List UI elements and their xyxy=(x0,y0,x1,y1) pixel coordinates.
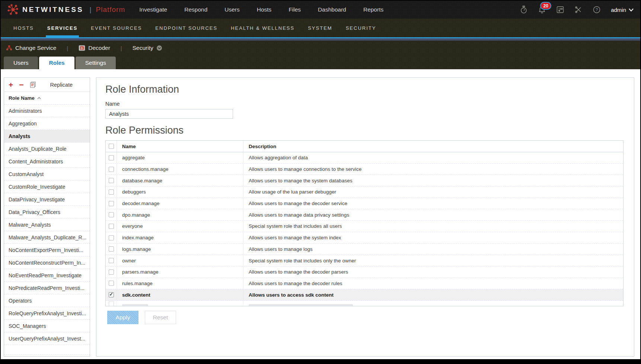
service-crumb[interactable]: D Decoder xyxy=(79,45,110,51)
menu-item-reports[interactable]: Reports xyxy=(363,6,383,13)
table-row[interactable]: decoder.manageAllows users to manage the… xyxy=(106,198,623,210)
row-checkbox[interactable] xyxy=(109,167,114,172)
table-row[interactable]: database.manageAllows users to manage th… xyxy=(106,175,623,186)
roles-toolbar: + − Replicate xyxy=(4,78,90,92)
reset-button[interactable]: Reset xyxy=(145,311,176,324)
tab-settings[interactable]: Settings xyxy=(76,57,116,69)
top-bar: NETWITNESS | Platform InvestigateRespond… xyxy=(1,1,640,19)
table-row[interactable]: dpo.manageAllows users to manage data pr… xyxy=(106,209,623,221)
remove-role-button[interactable]: − xyxy=(19,81,23,89)
timer-icon[interactable] xyxy=(520,6,528,14)
section-chevron-icon xyxy=(156,45,162,51)
permissions-table: Name Description aggregateAllows aggrega… xyxy=(105,140,624,306)
table-row[interactable]: logs.manageAllows users to manage logs xyxy=(106,244,623,255)
row-checkbox[interactable] xyxy=(109,235,114,240)
role-list-item[interactable]: Operators xyxy=(4,294,90,307)
role-list-item[interactable]: Administrators xyxy=(4,105,90,117)
netwitness-logo[interactable]: NETWITNESS | Platform xyxy=(7,4,125,15)
role-list-item[interactable]: DataPrivacy_Investigate xyxy=(4,193,90,206)
nav-item-endpoint-sources[interactable]: ENDPOINT SOURCES xyxy=(149,19,224,37)
column-header-name[interactable]: Name xyxy=(117,141,243,152)
user-name: admin xyxy=(611,7,626,13)
nav-item-event-sources[interactable]: EVENT SOURCES xyxy=(84,19,149,37)
tab-roles[interactable]: Roles xyxy=(39,57,74,69)
nav-item-system[interactable]: SYSTEM xyxy=(301,19,339,37)
menu-item-dashboard[interactable]: Dashboard xyxy=(318,6,346,13)
role-list-item[interactable]: RoleQueryPrefixAnalyst_Investi... xyxy=(4,307,90,320)
role-list-item[interactable]: SOC_Managers xyxy=(4,320,90,332)
notifications-bell-icon[interactable]: 20 xyxy=(538,6,546,14)
role-list-item[interactable]: Analysts_Duplicate_Role xyxy=(4,143,90,155)
name-field-label: Name xyxy=(105,101,120,107)
role-list-item[interactable]: Malware_Analysts xyxy=(4,218,90,231)
select-all-checkbox[interactable] xyxy=(109,144,114,149)
duplicate-role-icon[interactable] xyxy=(30,82,36,88)
role-list-item[interactable]: CustomAnalyst xyxy=(4,168,90,181)
table-row[interactable]: debuggersAllow usage of the lua parser d… xyxy=(106,186,623,198)
change-service-button[interactable]: Change Service xyxy=(6,45,56,51)
role-list-item[interactable]: Content_Administrators xyxy=(4,155,90,168)
row-checkbox[interactable] xyxy=(109,189,114,195)
role-list-item[interactable]: NoContentReconstructPerm_In... xyxy=(4,256,90,269)
nav-item-security[interactable]: SECURITY xyxy=(339,19,383,37)
role-list-item[interactable]: CustomRole_Investigate xyxy=(4,181,90,193)
tab-users[interactable]: Users xyxy=(4,57,38,69)
role-list-item[interactable]: NoContentExportPerm_Investi... xyxy=(4,244,90,256)
role-list-item[interactable]: Analysts xyxy=(4,130,90,143)
permission-description: Allows users to manage the decoder rules xyxy=(243,278,623,289)
change-service-label: Change Service xyxy=(15,45,56,51)
menu-item-files[interactable]: Files xyxy=(288,6,301,13)
permission-name: database.manage xyxy=(117,175,243,186)
table-row[interactable]: connections.manageAllows users to manage… xyxy=(106,164,623,175)
apply-button[interactable]: Apply xyxy=(107,311,138,324)
menu-item-hosts[interactable]: Hosts xyxy=(257,6,272,13)
role-list-item[interactable]: Data_Privacy_Officers xyxy=(4,206,90,218)
table-row[interactable]: index.manageAllows users to manage the s… xyxy=(106,232,623,244)
tools-icon[interactable] xyxy=(574,6,583,14)
row-checkbox[interactable] xyxy=(109,258,114,263)
table-row[interactable]: everyoneSpecial system role that include… xyxy=(106,221,623,232)
row-checkbox[interactable] xyxy=(109,224,114,229)
nav-item-hosts[interactable]: HOSTS xyxy=(7,19,41,37)
row-checkbox[interactable] xyxy=(109,292,114,297)
role-list-item[interactable]: NoEventReadPerm_Investigate xyxy=(4,269,90,282)
role-name-input[interactable] xyxy=(105,109,233,119)
jobs-panel-icon[interactable] xyxy=(556,6,564,14)
add-role-button[interactable]: + xyxy=(9,81,13,89)
table-row[interactable]: aggregateAllows aggregation of data xyxy=(106,152,623,164)
permission-description: Allows aggregation of data xyxy=(243,152,623,163)
permission-name: aggregate xyxy=(117,152,243,163)
table-row[interactable]: ownerSpecial system role that includes o… xyxy=(106,255,623,266)
column-header-description[interactable]: Description xyxy=(243,141,623,152)
notification-badge[interactable]: 20 xyxy=(540,2,551,10)
role-list-item[interactable]: Malware_Analysts_Duplicate_R... xyxy=(4,231,90,244)
help-icon[interactable]: ? xyxy=(593,6,601,14)
svg-text:?: ? xyxy=(596,7,598,12)
row-checkbox[interactable] xyxy=(109,212,114,217)
permission-description: Allows users to manage connections to th… xyxy=(243,164,623,175)
row-checkbox[interactable] xyxy=(109,281,114,286)
section-dropdown[interactable]: Security xyxy=(133,45,162,51)
table-row-partial xyxy=(106,301,623,306)
nav-item-health-wellness[interactable]: HEALTH & WELLNESS xyxy=(224,19,301,37)
row-checkbox[interactable] xyxy=(109,201,114,206)
menu-item-investigate[interactable]: Investigate xyxy=(139,6,167,13)
table-row[interactable]: parsers.manageAllows users to manage the… xyxy=(106,266,623,278)
replicate-button[interactable]: Replicate xyxy=(50,82,73,88)
row-checkbox[interactable] xyxy=(109,178,114,183)
role-list-item[interactable]: NoPredicateReadPerm_Investi... xyxy=(4,282,90,294)
service-name-label: Decoder xyxy=(88,45,110,51)
nav-item-services[interactable]: SERVICES xyxy=(41,19,84,37)
menu-item-respond[interactable]: Respond xyxy=(184,6,207,13)
table-row[interactable]: rules.manageAllows users to manage the d… xyxy=(106,278,623,290)
row-checkbox[interactable] xyxy=(109,155,114,160)
role-name-sort-header[interactable]: Role Name xyxy=(4,92,90,105)
permission-description: Allow usage of the lua parser debugger xyxy=(243,186,623,198)
user-menu[interactable]: admin xyxy=(611,7,634,13)
role-list-item[interactable]: UserQueryPrefixAnalyst_Invest... xyxy=(4,332,90,345)
role-list-item[interactable]: Aggregation xyxy=(4,117,90,130)
table-row[interactable]: sdk.contentAllows users to access sdk co… xyxy=(106,289,623,301)
row-checkbox[interactable] xyxy=(109,246,114,252)
row-checkbox[interactable] xyxy=(109,269,114,275)
menu-item-users[interactable]: Users xyxy=(224,6,239,13)
